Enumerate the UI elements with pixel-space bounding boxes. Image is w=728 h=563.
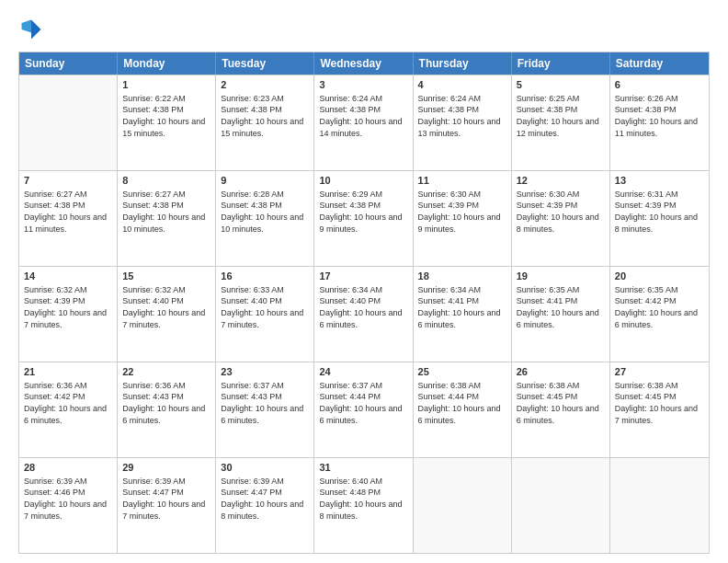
cal-cell-empty — [19, 75, 118, 170]
sun-info: Sunrise: 6:32 AMSunset: 4:40 PMDaylight:… — [122, 284, 210, 330]
cal-cell-day-21: 21Sunrise: 6:36 AMSunset: 4:42 PMDayligh… — [19, 362, 118, 457]
header-day-friday: Friday — [512, 52, 610, 75]
day-number: 25 — [418, 365, 506, 379]
day-number: 12 — [517, 174, 605, 188]
cal-cell-day-23: 23Sunrise: 6:37 AMSunset: 4:43 PMDayligh… — [216, 362, 314, 457]
day-number: 1 — [122, 78, 210, 92]
cal-cell-day-11: 11Sunrise: 6:30 AMSunset: 4:39 PMDayligh… — [414, 171, 512, 266]
day-number: 24 — [319, 365, 407, 379]
header — [18, 17, 710, 42]
day-number: 29 — [122, 461, 210, 475]
header-day-sunday: Sunday — [19, 52, 118, 75]
svg-marker-1 — [22, 20, 32, 33]
cal-cell-day-16: 16Sunrise: 6:33 AMSunset: 4:40 PMDayligh… — [216, 267, 314, 362]
sun-info: Sunrise: 6:35 AMSunset: 4:41 PMDaylight:… — [517, 284, 605, 330]
sun-info: Sunrise: 6:39 AMSunset: 4:47 PMDaylight:… — [122, 476, 210, 522]
sun-info: Sunrise: 6:24 AMSunset: 4:38 PMDaylight:… — [319, 93, 407, 139]
day-number: 9 — [221, 174, 309, 188]
day-number: 2 — [221, 78, 309, 92]
day-number: 10 — [319, 174, 407, 188]
sun-info: Sunrise: 6:27 AMSunset: 4:38 PMDaylight:… — [24, 189, 112, 235]
sun-info: Sunrise: 6:40 AMSunset: 4:48 PMDaylight:… — [319, 476, 407, 522]
day-number: 14 — [24, 270, 112, 283]
sun-info: Sunrise: 6:36 AMSunset: 4:42 PMDaylight:… — [24, 380, 112, 426]
sun-info: Sunrise: 6:37 AMSunset: 4:43 PMDaylight:… — [221, 380, 309, 426]
day-number: 7 — [24, 174, 112, 188]
cal-cell-day-10: 10Sunrise: 6:29 AMSunset: 4:38 PMDayligh… — [314, 171, 413, 266]
cal-cell-day-6: 6Sunrise: 6:26 AMSunset: 4:38 PMDaylight… — [610, 75, 709, 170]
sun-info: Sunrise: 6:30 AMSunset: 4:39 PMDaylight:… — [418, 189, 506, 235]
sun-info: Sunrise: 6:35 AMSunset: 4:42 PMDaylight:… — [615, 284, 704, 330]
cal-week-3: 14Sunrise: 6:32 AMSunset: 4:39 PMDayligh… — [19, 266, 709, 362]
header-day-thursday: Thursday — [414, 52, 512, 75]
cal-cell-day-3: 3Sunrise: 6:24 AMSunset: 4:38 PMDaylight… — [314, 75, 413, 170]
cal-cell-empty — [610, 458, 709, 553]
sun-info: Sunrise: 6:34 AMSunset: 4:40 PMDaylight:… — [319, 284, 407, 330]
cal-cell-day-18: 18Sunrise: 6:34 AMSunset: 4:41 PMDayligh… — [414, 267, 512, 362]
cal-cell-day-25: 25Sunrise: 6:38 AMSunset: 4:44 PMDayligh… — [414, 362, 512, 457]
day-number: 8 — [122, 174, 210, 188]
day-number: 18 — [418, 270, 506, 283]
cal-cell-day-7: 7Sunrise: 6:27 AMSunset: 4:38 PMDaylight… — [19, 171, 118, 266]
cal-cell-day-19: 19Sunrise: 6:35 AMSunset: 4:41 PMDayligh… — [512, 267, 610, 362]
sun-info: Sunrise: 6:26 AMSunset: 4:38 PMDaylight:… — [615, 93, 704, 139]
cal-cell-day-17: 17Sunrise: 6:34 AMSunset: 4:40 PMDayligh… — [314, 267, 413, 362]
header-day-tuesday: Tuesday — [216, 52, 314, 75]
day-number: 20 — [615, 270, 704, 283]
day-number: 13 — [615, 174, 704, 188]
cal-cell-empty — [414, 458, 512, 553]
day-number: 4 — [418, 78, 506, 92]
sun-info: Sunrise: 6:39 AMSunset: 4:47 PMDaylight:… — [221, 476, 309, 522]
cal-cell-day-30: 30Sunrise: 6:39 AMSunset: 4:47 PMDayligh… — [216, 458, 314, 553]
logo-icon — [18, 17, 44, 42]
day-number: 28 — [24, 461, 112, 475]
calendar-header-row: SundayMondayTuesdayWednesdayThursdayFrid… — [19, 52, 709, 75]
day-number: 27 — [615, 365, 704, 379]
cal-cell-day-22: 22Sunrise: 6:36 AMSunset: 4:43 PMDayligh… — [118, 362, 216, 457]
day-number: 16 — [221, 270, 309, 283]
cal-cell-day-4: 4Sunrise: 6:24 AMSunset: 4:38 PMDaylight… — [414, 75, 512, 170]
day-number: 30 — [221, 461, 309, 475]
sun-info: Sunrise: 6:23 AMSunset: 4:38 PMDaylight:… — [221, 93, 309, 139]
cal-cell-day-2: 2Sunrise: 6:23 AMSunset: 4:38 PMDaylight… — [216, 75, 314, 170]
cal-cell-day-27: 27Sunrise: 6:38 AMSunset: 4:45 PMDayligh… — [610, 362, 709, 457]
sun-info: Sunrise: 6:38 AMSunset: 4:45 PMDaylight:… — [615, 380, 704, 426]
day-number: 19 — [517, 270, 605, 283]
sun-info: Sunrise: 6:25 AMSunset: 4:38 PMDaylight:… — [517, 93, 605, 139]
sun-info: Sunrise: 6:27 AMSunset: 4:38 PMDaylight:… — [122, 189, 210, 235]
sun-info: Sunrise: 6:37 AMSunset: 4:44 PMDaylight:… — [319, 380, 407, 426]
header-day-saturday: Saturday — [610, 52, 709, 75]
sun-info: Sunrise: 6:30 AMSunset: 4:39 PMDaylight:… — [517, 189, 605, 235]
svg-marker-0 — [31, 20, 41, 40]
sun-info: Sunrise: 6:31 AMSunset: 4:39 PMDaylight:… — [615, 189, 704, 235]
day-number: 31 — [319, 461, 407, 475]
cal-cell-day-8: 8Sunrise: 6:27 AMSunset: 4:38 PMDaylight… — [118, 171, 216, 266]
cal-cell-day-13: 13Sunrise: 6:31 AMSunset: 4:39 PMDayligh… — [610, 171, 709, 266]
cal-cell-day-5: 5Sunrise: 6:25 AMSunset: 4:38 PMDaylight… — [512, 75, 610, 170]
calendar: SundayMondayTuesdayWednesdayThursdayFrid… — [18, 52, 710, 554]
cal-cell-day-1: 1Sunrise: 6:22 AMSunset: 4:38 PMDaylight… — [118, 75, 216, 170]
cal-cell-day-29: 29Sunrise: 6:39 AMSunset: 4:47 PMDayligh… — [118, 458, 216, 553]
sun-info: Sunrise: 6:38 AMSunset: 4:44 PMDaylight:… — [418, 380, 506, 426]
header-day-wednesday: Wednesday — [314, 52, 413, 75]
cal-cell-day-14: 14Sunrise: 6:32 AMSunset: 4:39 PMDayligh… — [19, 267, 118, 362]
day-number: 11 — [418, 174, 506, 188]
header-day-monday: Monday — [118, 52, 216, 75]
cal-cell-day-24: 24Sunrise: 6:37 AMSunset: 4:44 PMDayligh… — [314, 362, 413, 457]
sun-info: Sunrise: 6:38 AMSunset: 4:45 PMDaylight:… — [517, 380, 605, 426]
day-number: 23 — [221, 365, 309, 379]
cal-cell-day-31: 31Sunrise: 6:40 AMSunset: 4:48 PMDayligh… — [314, 458, 413, 553]
calendar-body: 1Sunrise: 6:22 AMSunset: 4:38 PMDaylight… — [19, 75, 709, 553]
logo — [18, 17, 48, 42]
cal-week-5: 28Sunrise: 6:39 AMSunset: 4:46 PMDayligh… — [19, 457, 709, 553]
cal-week-4: 21Sunrise: 6:36 AMSunset: 4:42 PMDayligh… — [19, 362, 709, 457]
sun-info: Sunrise: 6:39 AMSunset: 4:46 PMDaylight:… — [24, 476, 112, 522]
day-number: 15 — [122, 270, 210, 283]
day-number: 26 — [517, 365, 605, 379]
day-number: 5 — [517, 78, 605, 92]
sun-info: Sunrise: 6:34 AMSunset: 4:41 PMDaylight:… — [418, 284, 506, 330]
cal-cell-day-28: 28Sunrise: 6:39 AMSunset: 4:46 PMDayligh… — [19, 458, 118, 553]
cal-cell-day-15: 15Sunrise: 6:32 AMSunset: 4:40 PMDayligh… — [118, 267, 216, 362]
day-number: 3 — [319, 78, 407, 92]
sun-info: Sunrise: 6:24 AMSunset: 4:38 PMDaylight:… — [418, 93, 506, 139]
